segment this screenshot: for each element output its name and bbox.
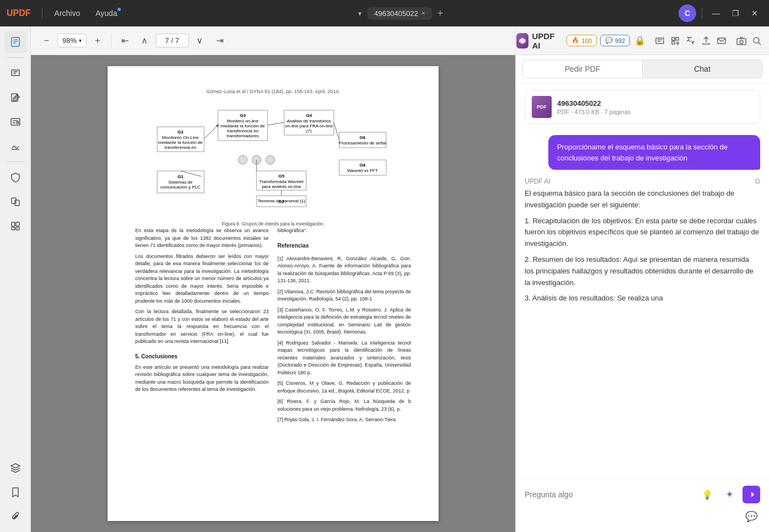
new-tab-button[interactable]: +	[434, 7, 447, 20]
copy-button[interactable]: ⧉	[755, 176, 760, 186]
ai-message-body: El esquema básico para la sección de con…	[525, 188, 760, 309]
chat-input[interactable]	[525, 490, 694, 499]
sidebar-edit-icon[interactable]	[4, 87, 26, 109]
svg-rect-67	[677, 42, 679, 44]
file-pdf-icon: PDF	[532, 96, 552, 118]
svg-text:transferencia en: transferencia en	[164, 145, 196, 150]
sidebar-form-icon[interactable]	[4, 111, 26, 133]
svg-rect-15	[16, 222, 19, 226]
translate-icon[interactable]	[685, 32, 696, 50]
ref2: [2] Vilanova, J.C. Revisión bibliográfic…	[277, 288, 411, 303]
app-logo: UPDF	[7, 8, 31, 18]
sidebar-bookmark-icon[interactable]	[4, 481, 26, 503]
pdf-viewer[interactable]: Gómez-Luna et al / DYNA 81 (184), pp. 15…	[31, 55, 515, 532]
credit-fire-icon: 🔥	[572, 37, 579, 44]
avatar[interactable]: C	[679, 4, 696, 22]
zoom-in-button[interactable]: +	[89, 32, 106, 50]
tab-ask-pdf[interactable]: Pedir PDF	[522, 60, 643, 78]
lock-icon[interactable]: 🔒	[634, 32, 645, 50]
chat-input-row: 💡 ✦	[525, 486, 760, 503]
svg-text:G8: G8	[360, 163, 366, 168]
sidebar-convert-icon[interactable]	[4, 191, 26, 213]
search-right-icon[interactable]	[751, 32, 762, 50]
ref5: [5] Cisneros, M y Olave, G. Redacción y …	[277, 380, 411, 395]
sidebar-layers-icon[interactable]	[4, 457, 26, 479]
file-meta: PDF · 473.0 KB · 7 páginas	[557, 109, 753, 115]
chat-input-actions: 💡 ✦	[698, 486, 760, 503]
zoom-out-button[interactable]: −	[38, 32, 55, 50]
sidebar-sep2	[7, 162, 24, 162]
right-panel: UPDF AI 🔥 100 💬 992 🔒	[515, 26, 769, 532]
ai-message-label: UPDF AI ⧉	[525, 176, 760, 186]
svg-text:Análisis de transitorios: Análisis de transitorios	[287, 119, 331, 123]
svg-text:comunicación y PLC: comunicación y PLC	[161, 185, 201, 190]
menu-archivo[interactable]: Archivo	[49, 7, 86, 20]
references-section: [1] Aleixandre-Benavent, R, González Alc…	[277, 255, 411, 424]
nav-prev-button[interactable]: ∧	[136, 32, 153, 50]
svg-line-72	[759, 42, 761, 45]
mail-icon[interactable]	[716, 32, 727, 50]
svg-rect-16	[12, 227, 15, 230]
svg-text:G6: G6	[360, 135, 366, 140]
ocr-icon[interactable]	[654, 32, 665, 50]
zoom-display[interactable]: 98% ▾	[57, 34, 87, 47]
current-page: 7	[165, 36, 169, 45]
ai-response-item1: 1. Recapitulación de los objetivos: En e…	[525, 216, 760, 250]
ai-chat-panel: Pedir PDF Chat PDF 49630405022 PDF · 473…	[516, 55, 769, 532]
tab-chat[interactable]: Chat	[643, 60, 762, 78]
nav-next-button[interactable]: ∨	[191, 32, 209, 50]
ref4: [4] Rodriguez Salvador - Marisela. La in…	[277, 340, 411, 377]
send-button[interactable]	[743, 486, 760, 503]
sidebar-organize-icon[interactable]	[4, 215, 26, 237]
nav-last-button[interactable]: ⇥	[211, 32, 228, 50]
svg-rect-68	[718, 38, 725, 44]
pdf-toolbar: − 98% ▾ + ⇤ ∧ 7 / 7 ∨ ⇥	[31, 26, 515, 55]
orange-credits: 🔥 100	[567, 35, 596, 46]
svg-text:(7): (7)	[306, 128, 312, 133]
sidebar-sign-icon[interactable]	[4, 135, 26, 157]
svg-line-55	[334, 122, 339, 140]
updf-ai-logo-icon	[516, 33, 528, 49]
svg-point-50	[238, 155, 247, 164]
left-sidebar	[0, 26, 31, 532]
sidebar-comment-icon[interactable]	[4, 62, 26, 84]
svg-rect-61	[656, 38, 664, 44]
minimize-button[interactable]: —	[708, 7, 724, 20]
pdf-header: Gómez-Luna et al / DYNA 81 (184), pp. 15…	[135, 88, 411, 96]
sidebar-read-icon[interactable]	[4, 31, 26, 53]
pdf-area: − 98% ▾ + ⇤ ∧ 7 / 7 ∨ ⇥ Gómez-Luna et a	[31, 26, 515, 532]
scan-icon[interactable]	[670, 32, 681, 50]
pdf-right-text: bibliográfica".	[277, 227, 411, 235]
chat-messages[interactable]: Proporcióname el esquema básico para la …	[516, 131, 769, 479]
nav-first-button[interactable]: ⇤	[116, 32, 133, 50]
svg-point-60	[521, 40, 524, 42]
pdf-two-col: En esta etapa de la metodología se obser…	[135, 227, 411, 427]
svg-line-53	[204, 125, 218, 139]
chat-bubble-icon[interactable]: 💬	[743, 508, 760, 525]
tab-dropdown-arrow[interactable]: ▾	[355, 7, 365, 20]
camera-icon[interactable]	[736, 32, 747, 50]
ref1: [1] Aleixandre-Benavent, R, González Alc…	[277, 255, 411, 285]
tab-close-button[interactable]: ×	[421, 9, 425, 17]
chat-input-area: 💡 ✦ 💬	[516, 479, 769, 532]
svg-point-52	[266, 155, 275, 164]
blue-credits: 💬 992	[600, 35, 630, 46]
sidebar-attachment-icon[interactable]	[4, 506, 26, 528]
export-icon[interactable]	[701, 32, 712, 50]
svg-rect-64	[672, 37, 675, 40]
svg-text:G4: G4	[306, 113, 312, 118]
svg-text:G3: G3	[240, 113, 246, 118]
menu-ayuda[interactable]: Ayuda	[90, 7, 122, 20]
sidebar-protect-icon[interactable]	[4, 166, 26, 189]
tab-title: 49630405022	[374, 9, 418, 18]
active-tab[interactable]: 49630405022 ×	[367, 7, 432, 20]
sidebar-sep1	[7, 57, 24, 58]
close-button[interactable]: ✕	[747, 7, 762, 20]
pdf-right-col: bibliográfica". Referencias [1] Aleixand…	[277, 227, 411, 427]
svg-text:on-line para FRA on-line: on-line para FRA on-line	[285, 123, 333, 128]
svg-rect-65	[676, 37, 679, 40]
ref3: [3] Casteñanos, O. F. Torres, L.M. y Ros…	[277, 307, 411, 336]
maximize-button[interactable]: ❐	[728, 7, 744, 20]
lightbulb-button[interactable]: 💡	[698, 486, 716, 503]
ai-sparkle-button[interactable]: ✦	[720, 486, 738, 503]
